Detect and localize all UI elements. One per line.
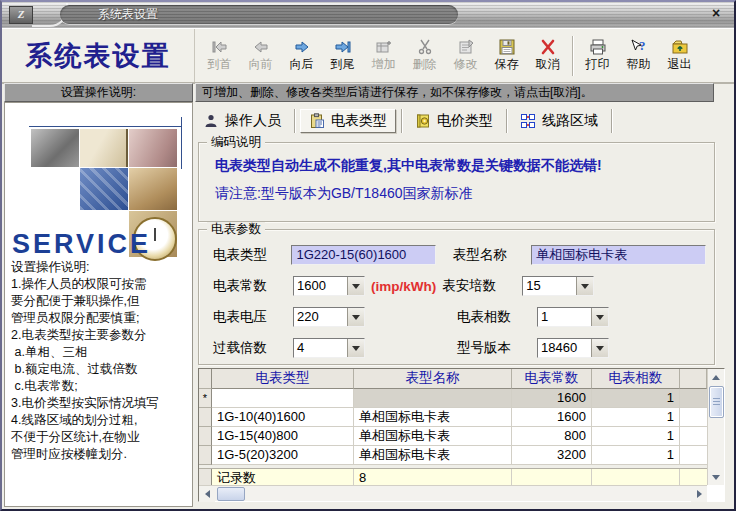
- column-header-constant[interactable]: 电表常数: [512, 369, 592, 389]
- column-header-model-name[interactable]: 表型名称: [354, 369, 512, 389]
- help-label: 帮助: [627, 56, 651, 73]
- photo-hand: [129, 168, 177, 210]
- modify-button[interactable]: 修改: [445, 33, 486, 79]
- chevron-down-icon[interactable]: [347, 277, 364, 295]
- version-label: 型号版本: [457, 339, 537, 357]
- scroll-up-icon[interactable]: [708, 369, 724, 385]
- close-icon[interactable]: ×: [704, 5, 728, 23]
- overload-select[interactable]: 4: [293, 338, 365, 358]
- add-button[interactable]: 增加: [363, 33, 404, 79]
- cell-constant[interactable]: 800: [512, 427, 592, 446]
- print-button[interactable]: 打印: [577, 33, 618, 79]
- cell-model-name[interactable]: 单相国标电卡表: [354, 408, 512, 427]
- tab-meter-type[interactable]: 电表类型: [300, 109, 396, 133]
- table-row[interactable]: 1G-5(20)3200 单相国标电卡表 3200 1: [199, 446, 707, 465]
- save-label: 保存: [495, 56, 519, 73]
- vertical-scroll-thumb[interactable]: [709, 386, 724, 418]
- meter-constant-value: 1600: [294, 277, 347, 295]
- chevron-down-icon[interactable]: [347, 339, 364, 357]
- horizontal-scrollbar[interactable]: [199, 485, 707, 501]
- cell-constant[interactable]: 1600: [512, 389, 592, 408]
- version-select[interactable]: 18460: [537, 338, 609, 358]
- next-label: 向后: [290, 56, 314, 73]
- phase-value: 1: [538, 308, 591, 326]
- cell-phase[interactable]: 1: [592, 427, 680, 446]
- cell-phase[interactable]: 1: [592, 446, 680, 465]
- footer-empty-cell: [592, 469, 680, 485]
- version-value: 18460: [538, 339, 591, 357]
- vertical-scrollbar[interactable]: [707, 369, 724, 485]
- footer-empty-cell: [512, 469, 592, 485]
- cell-model-name[interactable]: 单相国标电卡表: [354, 427, 512, 446]
- chevron-down-icon[interactable]: [591, 339, 608, 357]
- cell-meter-type[interactable]: 1G-5(20)3200: [212, 446, 354, 465]
- cell-model-name[interactable]: [354, 389, 512, 408]
- column-header-phase[interactable]: 电表相数: [592, 369, 680, 389]
- cell-meter-type[interactable]: [212, 389, 354, 408]
- model-name-label: 表型名称: [453, 246, 531, 264]
- floppy-disk-icon: [497, 39, 517, 55]
- row-marker: [199, 446, 212, 465]
- cell-model-name[interactable]: 单相国标电卡表: [354, 446, 512, 465]
- phase-label: 电表相数: [457, 308, 537, 326]
- app-logo-icon: Z: [9, 6, 33, 24]
- phase-select[interactable]: 1: [537, 307, 609, 327]
- chevron-down-icon[interactable]: [576, 277, 593, 295]
- cell-meter-type[interactable]: 1G-15(40)800: [212, 427, 354, 446]
- row-marker: [199, 408, 212, 427]
- tab-separator: [506, 109, 507, 133]
- cell-phase[interactable]: 1: [592, 408, 680, 427]
- table-row[interactable]: * 1600 1: [199, 389, 707, 408]
- photo-pen: [80, 129, 128, 167]
- next-icon: [292, 39, 312, 55]
- voltage-select[interactable]: 220: [293, 307, 365, 327]
- column-header-meter-type[interactable]: 电表类型: [212, 369, 354, 389]
- coding-note-text: 请注意:型号版本为GB/T18460国家新标准: [215, 185, 473, 203]
- meter-type-field[interactable]: 1G220-15(60)1600: [291, 245, 435, 265]
- tab-line-region[interactable]: 线路区域: [512, 109, 606, 133]
- tab-meter-type-label: 电表类型: [331, 112, 387, 130]
- tab-price-type[interactable]: 电价类型: [407, 109, 501, 133]
- scroll-right-icon[interactable]: [691, 486, 707, 502]
- model-name-field[interactable]: 单相国标电卡表: [531, 245, 706, 265]
- delete-button[interactable]: 删除: [404, 33, 445, 79]
- row-marker: [199, 427, 212, 446]
- ampere-label: 表安培数: [442, 277, 522, 295]
- next-button[interactable]: 向后: [281, 33, 322, 79]
- table-row[interactable]: 1G-10(40)1600 单相国标电卡表 1600 1: [199, 408, 707, 427]
- exit-button[interactable]: 退出: [659, 33, 700, 79]
- ampere-select[interactable]: 15: [522, 276, 594, 296]
- tab-separator: [294, 109, 295, 133]
- chevron-down-icon[interactable]: [347, 308, 364, 326]
- toolbar: 系统表设置 到首 向前 向后 到尾 增加: [2, 28, 734, 84]
- meter-constant-select[interactable]: 1600: [293, 276, 365, 296]
- photo-flashlight: [31, 129, 79, 167]
- goto-last-button[interactable]: 到尾: [322, 33, 363, 79]
- params-groupbox: 电表参数 电表类型 1G220-15(60)1600 表型名称 单相国标电卡表 …: [198, 229, 715, 365]
- chevron-down-icon[interactable]: [591, 308, 608, 326]
- cell-constant[interactable]: 1600: [512, 408, 592, 427]
- scroll-left-icon[interactable]: [199, 486, 215, 502]
- overload-label: 过载倍数: [213, 339, 293, 357]
- params-legend: 电表参数: [207, 222, 265, 236]
- horizontal-scroll-thumb[interactable]: [217, 487, 245, 501]
- cancel-button[interactable]: 取消: [527, 33, 568, 79]
- table-row[interactable]: 1G-15(40)800 单相国标电卡表 800 1: [199, 427, 707, 446]
- tab-separator: [611, 109, 612, 133]
- cell-phase[interactable]: 1: [592, 389, 680, 408]
- previous-button[interactable]: 向前: [240, 33, 281, 79]
- window-title-text: 系统表设置: [98, 7, 158, 21]
- goto-first-button[interactable]: 到首: [199, 33, 240, 79]
- voltage-value: 220: [294, 308, 347, 326]
- decorative-line-horizontal: [29, 126, 181, 127]
- save-button[interactable]: 保存: [486, 33, 527, 79]
- tab-operators[interactable]: 操作人员: [195, 109, 289, 133]
- tab-line-region-label: 线路区域: [542, 112, 598, 130]
- coding-warning-text: 电表类型自动生成不能重复,其中电表常数是关键数据不能选错!: [215, 157, 602, 175]
- cell-meter-type[interactable]: 1G-10(40)1600: [212, 408, 354, 427]
- cell-constant[interactable]: 3200: [512, 446, 592, 465]
- sidebar-panel: SERVICE 设置操作说明: 1.操作人员的权限可按需 要分配便于兼职操作,但…: [4, 102, 193, 507]
- scroll-down-icon[interactable]: [708, 469, 724, 485]
- clipboard-icon: [309, 113, 325, 129]
- help-button[interactable]: ? 帮助: [618, 33, 659, 79]
